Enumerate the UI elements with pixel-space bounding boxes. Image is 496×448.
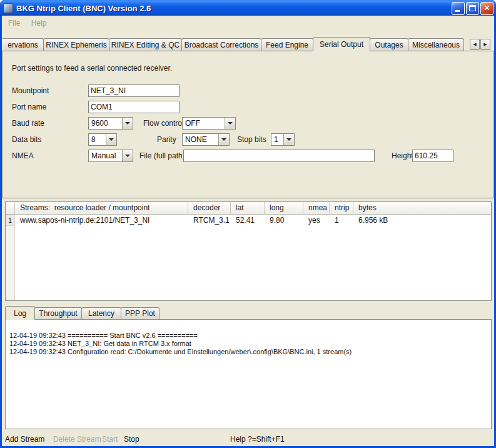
stop-bits-label: Stop bits: [237, 133, 266, 146]
chevron-down-icon: [122, 150, 133, 161]
row-number: 1: [6, 215, 14, 226]
tab-outages[interactable]: Outages: [370, 38, 408, 51]
chevron-down-icon: [218, 134, 229, 145]
nmea-label: NMEA: [12, 150, 34, 162]
cell-ntrip: 1: [330, 215, 353, 226]
flow-control-label: Flow control: [143, 117, 184, 130]
chevron-right-icon: ▶: [483, 42, 487, 47]
log-line: 12-04-19 09:32:43 NET_3_NI: Get data in …: [9, 340, 487, 348]
add-stream-button[interactable]: Add Stream: [5, 432, 44, 446]
port-name-label: Port name: [12, 101, 46, 113]
row-number-gutter: 1: [6, 215, 15, 300]
column-header-ntrip: ntrip: [330, 202, 353, 214]
close-icon: ✕: [483, 4, 490, 12]
chevron-down-icon: [106, 134, 116, 145]
cell-nmea: yes: [303, 215, 330, 226]
minimize-icon: [455, 10, 460, 12]
stop-bits-select[interactable]: 1: [271, 133, 295, 146]
tab-broadcast-corrections[interactable]: Broadcast Corrections: [181, 38, 261, 51]
main-tabbar: ervations RINEX Ephemeris RINEX Editing …: [3, 38, 464, 51]
streams-header-row: Streams: resource loader / mountpoint de…: [6, 202, 491, 215]
client-area: File Help ervations RINEX Ephemeris RINE…: [2, 16, 494, 446]
height-input[interactable]: [412, 150, 453, 162]
cell-decoder: RTCM_3.1: [188, 215, 231, 226]
nmea-value: Manual: [89, 150, 122, 161]
flow-control-value: OFF: [183, 118, 225, 129]
delete-stream-button: Delete Stream: [53, 432, 101, 446]
streams-table: Streams: resource loader / mountpoint de…: [5, 201, 492, 301]
flow-control-select[interactable]: OFF: [182, 117, 236, 130]
app-icon: [3, 3, 13, 13]
bottom-tabbar: Log Throughput Latency PPP Plot: [5, 307, 159, 319]
titlebar[interactable]: BKG Ntrip Client (BNC) Version 2.6 ✕: [0, 0, 496, 16]
stop-bits-value: 1: [271, 134, 283, 145]
log-line: 12-04-19 09:32:43 Configuration read: C:…: [9, 348, 487, 356]
nmea-select[interactable]: Manual: [88, 150, 133, 162]
stop-button[interactable]: Stop: [124, 432, 139, 446]
help-shortcut-label: Help ?=Shift+F1: [230, 432, 285, 446]
cell-mountpoint: www.sapos-ni-ntrip.de:2101/NET_3_NI: [15, 215, 188, 226]
tab-log[interactable]: Log: [5, 306, 35, 320]
start-button: Start: [102, 432, 118, 446]
serial-output-panel: Port settings to feed a serial connected…: [3, 51, 493, 198]
tab-rinex-ephemeris[interactable]: RINEX Ephemeris: [43, 38, 109, 51]
column-header-bytes: bytes: [353, 202, 491, 214]
baud-rate-value: 9600: [89, 118, 122, 129]
tab-latency[interactable]: Latency: [81, 307, 121, 319]
parity-value: NONE: [183, 134, 218, 145]
bnc-window: BKG Ntrip Client (BNC) Version 2.6 ✕ Fil…: [0, 0, 496, 448]
cell-bytes: 6.956 kB: [353, 215, 491, 226]
chevron-down-icon: [283, 134, 294, 145]
close-button[interactable]: ✕: [480, 2, 493, 15]
data-bits-label: Data bits: [12, 133, 41, 146]
log-line: 12-04-19 09:32:43 ========== Start BNC v…: [9, 332, 487, 340]
data-bits-select[interactable]: 8: [88, 133, 117, 146]
data-bits-value: 8: [89, 134, 106, 145]
table-corner: [6, 202, 15, 214]
window-title: BKG Ntrip Client (BNC) Version 2.6: [16, 4, 452, 13]
column-header-mountpoint: Streams: resource loader / mountpoint: [15, 202, 188, 214]
column-header-decoder: decoder: [188, 202, 231, 214]
baud-rate-select[interactable]: 9600: [88, 117, 133, 130]
tab-throughput[interactable]: Throughput: [34, 307, 82, 319]
chevron-left-icon: ◀: [473, 42, 476, 47]
tab-miscellaneous[interactable]: Miscellaneous: [408, 38, 464, 51]
port-name-input[interactable]: [88, 101, 180, 113]
mountpoint-input[interactable]: [88, 84, 180, 97]
tab-scroll-left-button[interactable]: ◀: [470, 39, 480, 50]
window-controls: ✕: [452, 2, 493, 15]
stream-rows: www.sapos-ni-ntrip.de:2101/NET_3_NI RTCM…: [15, 215, 491, 300]
baud-rate-label: Baud rate: [12, 117, 44, 130]
file-path-input[interactable]: [183, 150, 375, 162]
streams-body: 1 www.sapos-ni-ntrip.de:2101/NET_3_NI RT…: [6, 215, 491, 300]
menu-help[interactable]: Help: [27, 18, 51, 29]
log-view[interactable]: 12-04-19 09:32:43 ========== Start BNC v…: [5, 319, 492, 429]
minimize-button[interactable]: [452, 2, 465, 15]
panel-description: Port settings to feed a serial connected…: [12, 64, 172, 73]
column-header-nmea: nmea: [303, 202, 330, 214]
maximize-icon: [469, 5, 476, 11]
column-header-lat: lat: [231, 202, 265, 214]
tab-serial-output[interactable]: Serial Output: [313, 37, 370, 51]
stream-row[interactable]: www.sapos-ni-ntrip.de:2101/NET_3_NI RTCM…: [15, 215, 491, 226]
tab-observations[interactable]: ervations: [3, 38, 44, 51]
tab-feed-engine[interactable]: Feed Engine: [261, 38, 313, 51]
menu-file[interactable]: File: [4, 18, 24, 29]
tab-ppp-plot[interactable]: PPP Plot: [121, 307, 159, 319]
height-label: Height: [392, 150, 413, 162]
file-path-label: File (full path): [139, 150, 185, 162]
tab-rinex-editing-qc[interactable]: RINEX Editing & QC: [109, 38, 182, 51]
mountpoint-label: Mountpoint: [12, 84, 49, 97]
chevron-down-icon: [225, 118, 235, 129]
cell-lat: 52.41: [231, 215, 265, 226]
cell-long: 9.80: [265, 215, 303, 226]
menubar: File Help: [2, 16, 494, 29]
tab-scroll-right-button[interactable]: ▶: [480, 39, 490, 50]
maximize-button[interactable]: [466, 2, 479, 15]
column-header-long: long: [265, 202, 303, 214]
parity-label: Parity: [157, 133, 176, 146]
parity-select[interactable]: NONE: [182, 133, 230, 146]
chevron-down-icon: [122, 118, 133, 129]
footer-buttons: Add Stream Delete Stream Start Stop Help…: [2, 432, 494, 446]
